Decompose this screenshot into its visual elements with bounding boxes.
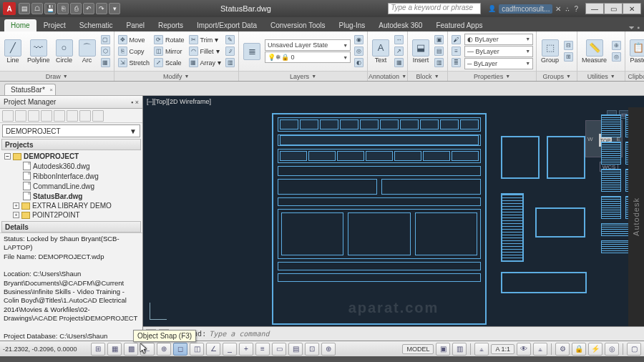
modify-extra-1[interactable]: ✎ [225,34,235,45]
osnap3d-toggle[interactable]: ◫ [190,343,204,356]
fillet-button[interactable]: ◠Fillet ▾ [188,46,223,57]
pm-projects-header[interactable]: Projects [1,139,141,150]
pm-tool-1[interactable] [2,110,14,122]
pm-tool-2[interactable] [15,110,26,122]
table-button[interactable]: ▦ [394,57,404,68]
pm-tool-5[interactable] [54,110,65,122]
array-button[interactable]: ▦Array ▾ [188,57,223,68]
help-search-input[interactable]: Type a keyword or phrase [388,3,481,14]
grid-toggle[interactable]: ▩ [124,343,138,356]
qat-open-icon[interactable]: ☖ [31,3,43,14]
canvas[interactable]: — ▭ × TOP NS EW WCS [143,107,644,326]
props-tool-3[interactable]: ≣ [451,57,462,68]
match-props-button[interactable]: 🖌 [451,34,462,45]
util-tool-2[interactable]: ◎ [611,52,622,62]
pm-tool-7[interactable] [79,110,91,122]
tree-root[interactable]: −DEMOPROJECT [3,152,140,161]
layer-tool-3[interactable]: ◐ [353,57,364,68]
scale-button[interactable]: ⤢Scale [153,57,185,68]
lock-ui-toggle[interactable]: 🔒 [572,343,586,356]
circle-button[interactable]: ○Circle [54,39,74,64]
qat-undo-icon[interactable]: ↶ [83,3,94,14]
tree-folder[interactable]: +POINT2POINT [3,210,140,220]
hardware-accel-toggle[interactable]: ⚡ [588,343,602,356]
layer-tool-1[interactable]: ◉ [353,34,364,45]
tab-featured-apps[interactable]: Featured Apps [429,19,489,31]
anno-auto-toggle[interactable]: ⟁ [533,343,547,356]
tab-panel[interactable]: Panel [120,19,152,31]
ungroup-button[interactable]: ⊟ [563,40,574,51]
tree-file[interactable]: RibbonInterface.dwg [3,171,140,181]
qat-plot-icon[interactable]: ⎙ [70,3,82,14]
util-tool-1[interactable]: ⊕ [611,40,622,51]
am-toggle[interactable]: ⊕ [321,343,336,356]
minimize-button[interactable]: — [585,3,604,14]
insert-button[interactable]: ⬓Insert [411,39,431,64]
props-tool-2[interactable]: ≡ [451,46,462,57]
qat-saveas-icon[interactable]: ⎘ [57,3,69,14]
user-panel[interactable]: 👤 cadfmconsult... ✕ ⛬ ? [488,4,578,14]
layer-props-button[interactable]: ≣ [242,42,262,61]
copy-button[interactable]: ⎘Copy [117,46,151,57]
qat-dropdown-icon[interactable]: ▾ [109,3,120,14]
infer-constraints-toggle[interactable]: ⊞ [91,343,105,356]
close-tab-icon[interactable]: × [49,87,53,93]
arc-button[interactable]: ⌒Arc [77,39,97,64]
move-button[interactable]: ✥Move [117,34,151,45]
layer-current-combo[interactable]: 💡❄🔒 0▼ [265,52,351,63]
draw-extra-2[interactable]: ⬡ [100,46,111,57]
tab-reports[interactable]: Reports [152,19,190,31]
rotate-button[interactable]: ⟳Rotate [153,34,185,45]
pm-close-icon[interactable]: ▪ × [131,99,139,106]
tree-folder[interactable]: +EXTRA LIBRARY DEMO [3,201,140,210]
pm-tool-3[interactable] [28,110,39,122]
isolate-objects[interactable]: ◎ [605,343,619,356]
draw-extra-1[interactable]: ▢ [100,34,111,45]
app-icon[interactable]: A [3,2,16,15]
color-combo[interactable]: ◐ ByLayer▼ [464,34,533,45]
modify-extra-2[interactable]: ⫽ [225,46,235,57]
osnap-toggle[interactable]: ◻ [173,343,187,356]
anno-scale[interactable]: A 1:1 [491,344,514,354]
tab-home[interactable]: Home [4,19,36,31]
lineweight-combo[interactable]: — ByLayer▼ [464,46,533,57]
trim-button[interactable]: ✂Trim ▾ [188,34,223,45]
block-edit-button[interactable]: ▤ [434,46,444,57]
autodesk-sidebar[interactable]: Autodesk [628,107,644,326]
group-edit-button[interactable]: ⊞ [563,52,574,62]
qat-save-icon[interactable]: 💾 [44,3,56,14]
tab-project[interactable]: Project [37,19,72,31]
qat-new-icon[interactable]: ▤ [19,3,30,14]
pm-tool-6[interactable] [67,110,78,122]
tpy-toggle[interactable]: ▭ [272,343,286,356]
command-line[interactable]: × ≻ Command: [143,326,644,341]
tab-schematic[interactable]: Schematic [73,19,119,31]
help-star-icon[interactable]: ⛬ [564,5,571,13]
anno-scale-icon[interactable]: ⟁ [474,343,489,356]
group-button[interactable]: ⬚Group [540,39,560,64]
otrack-toggle[interactable]: ∠ [206,343,220,356]
block-attr-button[interactable]: ▥ [434,57,444,68]
maximize-button[interactable]: ▭ [604,3,623,14]
layer-tool-2[interactable]: ◎ [353,46,364,57]
ribbon-expand-icon[interactable]: ⏷ ▪ [624,24,644,31]
draw-extra-3[interactable]: ▦ [100,57,111,68]
tab-autodesk360[interactable]: Autodesk 360 [372,19,429,31]
tree-file[interactable]: CommandLine.dwg [3,181,140,191]
text-button[interactable]: AText [371,39,391,64]
modify-extra-3[interactable]: ▥ [225,57,235,68]
layout-quick-view[interactable]: ▣ [436,343,450,356]
tab-plugins[interactable]: Plug-Ins [333,19,372,31]
polar-toggle[interactable]: ⊕ [157,343,171,356]
qat-redo-icon[interactable]: ↷ [96,3,107,14]
lwt-toggle[interactable]: ≡ [255,343,270,356]
tab-conversion[interactable]: Conversion Tools [264,19,332,31]
leader-button[interactable]: ↗ [394,46,404,57]
sc-toggle[interactable]: ⊡ [305,343,319,356]
clean-screen-toggle[interactable]: ▢ [627,343,641,356]
viewport-label[interactable]: [–][Top][2D Wireframe] [143,96,644,107]
pm-tool-4[interactable] [41,110,52,122]
snap-toggle[interactable]: ▦ [107,343,122,356]
stretch-button[interactable]: ⇲Stretch [117,57,151,68]
layer-state-combo[interactable]: Unsaved Layer State▼ [265,39,351,51]
